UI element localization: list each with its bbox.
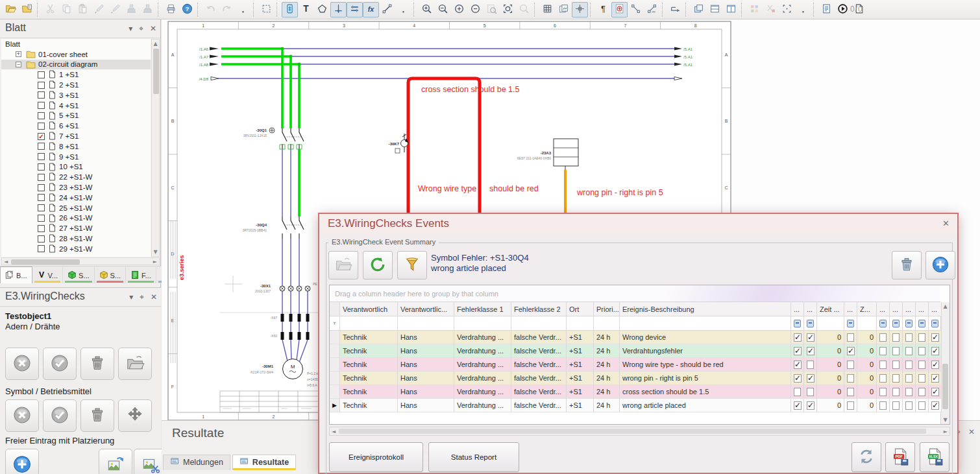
event-checkbox-cell[interactable] (916, 344, 929, 358)
filter-events-button[interactable] (397, 251, 427, 279)
tree-folder-label[interactable]: 01-cover sheet (38, 51, 88, 58)
event-checkbox-cell[interactable]: ✓ (844, 344, 857, 358)
event-cell[interactable]: Technik (340, 344, 398, 358)
event-cell[interactable]: Hans (398, 372, 454, 385)
panel-pin-icon[interactable]: ⌖ (140, 292, 144, 302)
tree-sheet-label[interactable]: 4 +S1 (59, 102, 79, 110)
sheet-checkbox[interactable] (38, 112, 45, 119)
wirearrow-button[interactable] (667, 2, 683, 18)
tree-sheet-item[interactable]: 23 +S1-W (1, 182, 151, 193)
tree-sheet-item[interactable]: 26 +S1-W (1, 213, 151, 224)
sheet-checkbox[interactable] (38, 235, 45, 243)
event-cell-numeric[interactable]: 0 (857, 399, 877, 412)
event-checkbox-cell[interactable]: ✓ (791, 372, 804, 385)
event-cell-numeric[interactable]: 0 (857, 358, 877, 372)
checkbox[interactable] (918, 374, 925, 383)
filter-cell[interactable] (594, 316, 620, 331)
event-checkbox-cell[interactable]: ✓ (791, 358, 804, 372)
checkbox[interactable] (847, 388, 854, 396)
event-cell[interactable]: Hans (398, 331, 454, 344)
sheet-checkbox[interactable] (38, 153, 45, 160)
sheet-checkbox[interactable] (38, 225, 45, 232)
checkbox[interactable] (879, 333, 887, 342)
panel-dropdown-icon[interactable]: ▾ (129, 292, 133, 302)
checkbox[interactable]: ✓ (931, 388, 939, 396)
tree-sheet-label[interactable]: 26 +S1-W (59, 214, 92, 222)
event-checkbox-cell[interactable]: ✓ (804, 331, 817, 344)
trash-button[interactable] (80, 348, 114, 380)
checkbox[interactable] (879, 361, 887, 369)
splitv-button[interactable] (723, 2, 739, 18)
event-row[interactable]: TechnikHansVerdrahtung ...falsche Verdr.… (330, 331, 942, 344)
event-checkbox-cell[interactable] (903, 331, 916, 344)
checkbox[interactable]: ✓ (794, 361, 802, 369)
checkbox[interactable] (892, 388, 900, 396)
sheet-checkbox[interactable] (38, 102, 45, 109)
framesel-button[interactable] (779, 2, 795, 18)
checkbox[interactable] (847, 401, 854, 410)
zoomsel-button[interactable] (500, 2, 516, 18)
checkbox[interactable] (905, 388, 913, 396)
event-cell[interactable]: Technik (340, 399, 398, 412)
zoomin-button[interactable] (419, 2, 435, 18)
tree-sheet-item[interactable]: 8 +S1 (1, 141, 151, 152)
column-filter-icon[interactable] (916, 316, 929, 331)
tree-folder[interactable]: −02-circuit diagram (1, 60, 151, 70)
grid-button[interactable] (539, 2, 556, 18)
event-cell[interactable]: +S1 (567, 372, 594, 385)
event-cell[interactable]: Wrong device (620, 331, 791, 344)
filter-cell[interactable] (817, 316, 844, 331)
checkbox[interactable] (892, 347, 900, 355)
checkbox[interactable] (807, 361, 814, 369)
checkbox[interactable] (905, 347, 913, 355)
nodes2-button[interactable] (644, 2, 660, 18)
event-cell[interactable]: wrong pin - right is pin 5 (620, 372, 791, 385)
tree-folder[interactable]: +01-cover sheet (1, 49, 151, 60)
checkbox[interactable]: ✓ (807, 374, 815, 383)
sheet-checkbox[interactable] (38, 194, 45, 201)
event-cell[interactable]: Hans (398, 344, 454, 358)
collapse-icon[interactable]: − (16, 62, 21, 67)
tree-sheet-label[interactable]: 8 +S1 (59, 143, 79, 150)
event-cell[interactable]: 24 h (594, 399, 620, 412)
tree-sheet-label[interactable]: 6 +S1 (59, 122, 79, 130)
checkbox[interactable]: ✓ (794, 347, 802, 355)
event-cell[interactable]: Verdrahtungsfehler (620, 344, 791, 358)
checkbox[interactable]: ✓ (807, 401, 815, 410)
event-cell[interactable]: wrong article placed (620, 399, 791, 412)
status-report-button[interactable]: Status Report (428, 442, 519, 472)
event-checkbox-cell[interactable] (877, 358, 890, 372)
event-cell[interactable]: 24 h (594, 385, 620, 399)
column-header[interactable]: Verantwortlich (340, 302, 398, 316)
column-header[interactable]: ... (877, 302, 890, 316)
column-header[interactable]: ... (804, 302, 817, 316)
checkbox[interactable]: ✓ (931, 333, 939, 342)
move-button[interactable] (118, 399, 152, 432)
redo-button[interactable] (219, 2, 235, 18)
tree-sheet-item[interactable]: 5 +S1 (1, 111, 151, 121)
filter-cell[interactable] (620, 316, 791, 331)
column-header[interactable]: Zeit ... (817, 302, 844, 316)
event-protocol-button[interactable]: Ereignisprotokoll (329, 442, 423, 472)
column-header[interactable]: ... (929, 302, 942, 316)
event-cell[interactable]: Hans (398, 385, 454, 399)
column-header[interactable]: Fehlerklasse 2 (511, 302, 567, 316)
checkbox[interactable]: ✓ (931, 347, 939, 355)
tree-sheet-label[interactable]: 1 +S1 (59, 71, 79, 78)
checkbox[interactable]: ✓ (794, 333, 802, 342)
save-button[interactable] (19, 2, 35, 18)
event-cell[interactable]: falsche Verdr... (511, 372, 567, 385)
event-cell[interactable]: falsche Verdr... (511, 399, 567, 412)
tree-sheet-item[interactable]: 22 +S1-W (1, 172, 151, 182)
export-xlsx-button[interactable]: XLSX (920, 442, 949, 472)
imgsheet-button[interactable] (556, 2, 572, 18)
sheet-checkbox[interactable] (38, 91, 45, 99)
event-checkbox-cell[interactable] (903, 372, 916, 385)
delete-event-button[interactable] (892, 251, 922, 279)
column-header[interactable]: ... (890, 302, 903, 316)
event-checkbox-cell[interactable]: ✓ (791, 399, 804, 412)
mini1-button[interactable] (746, 2, 763, 18)
tree-sheet-item[interactable]: ✓7 +S1 (1, 131, 151, 141)
event-checkbox-cell[interactable]: ✓ (804, 344, 817, 358)
column-header[interactable]: Z... (857, 302, 877, 316)
